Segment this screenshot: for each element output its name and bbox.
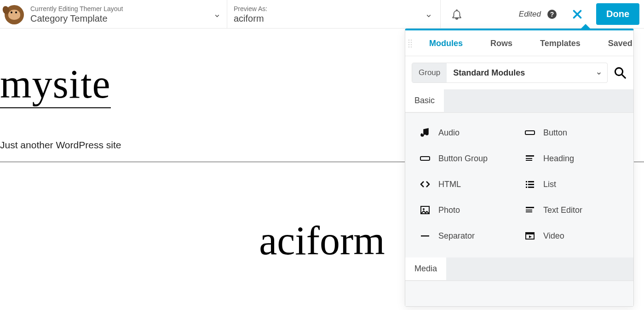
chevron-down-icon bbox=[213, 12, 219, 18]
preview-as-selector[interactable]: Preview As: aciform bbox=[227, 0, 441, 28]
module-text-editor[interactable]: Text Editor bbox=[524, 204, 620, 216]
help-icon[interactable]: ? bbox=[547, 10, 557, 19]
preview-value: aciform bbox=[234, 13, 434, 24]
svg-point-3 bbox=[411, 41, 412, 42]
drag-handle-icon[interactable] bbox=[408, 35, 413, 51]
panel-filter-row: Group Standard Modules bbox=[405, 56, 633, 89]
separator-icon bbox=[419, 230, 431, 242]
chevron-down-icon bbox=[425, 12, 431, 18]
editing-label: Currently Editing Themer Layout bbox=[30, 5, 213, 13]
svg-rect-20 bbox=[528, 187, 534, 188]
heading-icon bbox=[524, 152, 536, 164]
edited-status: Edited bbox=[519, 10, 541, 19]
module-label: Photo bbox=[438, 205, 460, 215]
svg-rect-16 bbox=[528, 181, 534, 182]
beaver-logo-icon bbox=[5, 5, 24, 24]
module-audio[interactable]: Audio bbox=[419, 127, 515, 139]
module-label: Button bbox=[543, 128, 567, 138]
section-basic-header[interactable]: Basic bbox=[405, 89, 444, 112]
tab-saved[interactable]: Saved bbox=[594, 30, 644, 56]
module-video[interactable]: Video bbox=[524, 230, 620, 242]
svg-point-0 bbox=[408, 39, 409, 40]
text-editor-icon bbox=[524, 204, 536, 216]
svg-rect-12 bbox=[526, 155, 534, 157]
svg-rect-10 bbox=[525, 131, 535, 135]
module-label: Heading bbox=[543, 154, 574, 164]
button-icon bbox=[524, 127, 536, 139]
module-label: HTML bbox=[438, 180, 461, 189]
svg-point-4 bbox=[408, 44, 409, 45]
notifications-icon[interactable] bbox=[451, 8, 463, 20]
module-label: Separator bbox=[438, 231, 475, 241]
module-label: Video bbox=[543, 231, 564, 241]
module-button-group[interactable]: Button Group bbox=[419, 152, 515, 164]
module-list[interactable]: List bbox=[524, 178, 620, 190]
svg-rect-24 bbox=[526, 210, 532, 211]
layout-name: Category Template bbox=[30, 13, 213, 24]
svg-rect-26 bbox=[421, 235, 429, 237]
module-label: Text Editor bbox=[543, 205, 582, 215]
layout-selector[interactable]: Currently Editing Themer Layout Category… bbox=[0, 0, 227, 28]
module-grid-basic: Audio Button Button Group Heading bbox=[405, 113, 633, 257]
svg-point-1 bbox=[411, 39, 412, 40]
svg-point-7 bbox=[411, 46, 412, 47]
svg-rect-19 bbox=[526, 187, 527, 188]
group-label: Group bbox=[412, 63, 447, 82]
panel-tabs: Modules Rows Templates Saved bbox=[405, 30, 633, 56]
top-toolbar: Currently Editing Themer Layout Category… bbox=[0, 0, 644, 29]
tab-modules[interactable]: Modules bbox=[415, 30, 477, 56]
module-heading[interactable]: Heading bbox=[524, 152, 620, 164]
html-icon bbox=[419, 178, 431, 190]
section-media-header[interactable]: Media bbox=[405, 257, 446, 281]
module-photo[interactable]: Photo bbox=[419, 204, 515, 216]
group-select[interactable]: Group Standard Modules bbox=[412, 63, 608, 83]
close-panel-icon[interactable] bbox=[570, 7, 584, 21]
module-separator[interactable]: Separator bbox=[419, 230, 515, 242]
svg-rect-14 bbox=[526, 160, 532, 161]
toolbar-actions: Edited ? Done bbox=[441, 0, 644, 28]
button-group-icon bbox=[419, 152, 431, 164]
group-selected-value: Standard Modules bbox=[453, 68, 525, 78]
module-html[interactable]: HTML bbox=[419, 178, 515, 190]
svg-rect-11 bbox=[420, 157, 430, 160]
panel-body: Basic Audio Button Button Group bbox=[405, 89, 633, 306]
svg-rect-23 bbox=[526, 207, 534, 208]
svg-line-9 bbox=[622, 75, 626, 78]
content-panel: Modules Rows Templates Saved Group Stand… bbox=[405, 29, 634, 307]
video-icon bbox=[524, 230, 536, 242]
module-button[interactable]: Button bbox=[524, 127, 620, 139]
preview-label: Preview As: bbox=[234, 5, 434, 13]
tab-rows[interactable]: Rows bbox=[477, 30, 526, 56]
module-label: Audio bbox=[438, 128, 460, 138]
svg-point-2 bbox=[408, 41, 409, 42]
svg-point-22 bbox=[423, 208, 425, 210]
module-label: Button Group bbox=[438, 154, 488, 164]
svg-rect-28 bbox=[526, 233, 534, 234]
svg-rect-15 bbox=[526, 181, 527, 182]
chevron-down-icon bbox=[595, 70, 602, 76]
svg-rect-18 bbox=[528, 184, 534, 185]
svg-rect-13 bbox=[526, 158, 532, 159]
photo-icon bbox=[419, 204, 431, 216]
module-label: List bbox=[543, 180, 556, 189]
list-icon bbox=[524, 178, 536, 190]
done-button[interactable]: Done bbox=[596, 3, 639, 25]
audio-icon bbox=[419, 127, 431, 139]
svg-point-6 bbox=[408, 46, 409, 47]
tab-templates[interactable]: Templates bbox=[526, 30, 594, 56]
svg-rect-25 bbox=[526, 211, 532, 212]
svg-point-5 bbox=[411, 44, 412, 45]
svg-rect-17 bbox=[526, 184, 527, 185]
search-icon[interactable] bbox=[613, 66, 627, 80]
